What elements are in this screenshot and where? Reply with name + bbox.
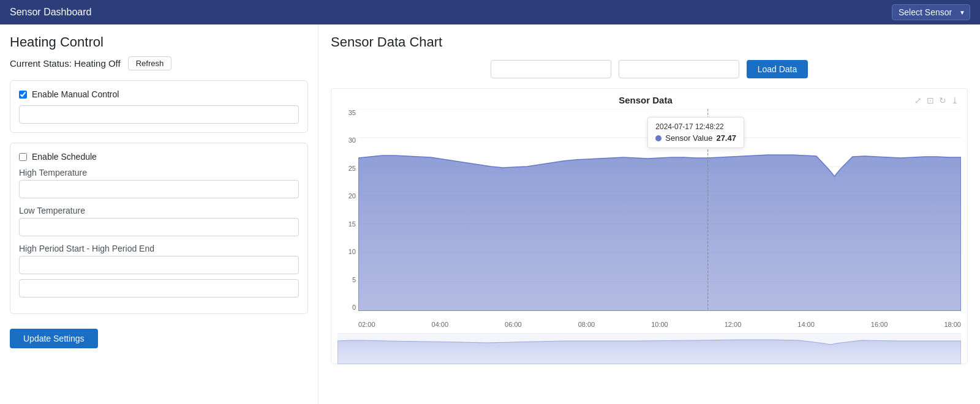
x-axis-label: 04:00 [432, 321, 449, 328]
chart-plot: 2024-07-17 12:48:22 Sensor Value 27.47 [358, 109, 961, 311]
date-to-input[interactable]: 17/07/2024 [619, 60, 739, 78]
status-row: Current Status: Heating Off Refresh [10, 56, 308, 70]
y-axis-label: 0 [352, 304, 356, 311]
mini-chart[interactable] [337, 333, 961, 364]
low-temp-input[interactable]: 10.50 [19, 218, 299, 236]
tooltip-dot [655, 135, 662, 141]
tooltip-value-row: Sensor Value 27.47 [655, 133, 736, 143]
chart-section-title: Sensor Data Chart [331, 34, 968, 50]
y-axis-label: 20 [349, 192, 356, 200]
tooltip-value: 27.47 [716, 133, 736, 143]
x-axis-label: 14:00 [797, 321, 815, 328]
right-panel: Sensor Data Chart 17/07/2024 17/07/2024 … [318, 24, 980, 404]
navbar: Sensor Dashboard Select Sensor [0, 0, 980, 24]
page-title: Heating Control [10, 34, 308, 50]
sensor-select-wrapper[interactable]: Select Sensor [892, 4, 970, 20]
manual-control-checkbox-row: Enable Manual Control [19, 89, 299, 99]
x-axis-label: 16:00 [871, 321, 888, 328]
period-start-input[interactable]: 08:00:00 [19, 256, 299, 274]
manual-control-checkbox[interactable] [19, 91, 27, 99]
refresh-button[interactable]: Refresh [128, 56, 172, 70]
schedule-card: Enable Schedule High Temperature 10.50 L… [10, 143, 308, 314]
update-settings-button[interactable]: Update Settings [10, 329, 98, 348]
tooltip-label: Sensor Value [665, 133, 712, 143]
x-axis-label: 12:00 [725, 321, 742, 328]
chart-header: Sensor Data ⤢ ⊡ ↻ ⤓ [337, 95, 961, 105]
date-controls: 17/07/2024 17/07/2024 Load Data [331, 60, 968, 78]
left-panel: Heating Control Current Status: Heating … [0, 24, 318, 404]
resize-icon[interactable]: ⊡ [927, 95, 934, 105]
manual-control-label: Enable Manual Control [32, 89, 119, 99]
schedule-checkbox-row: Enable Schedule [19, 152, 299, 162]
manual-temperature-input[interactable]: 19.00 [19, 105, 299, 124]
x-axis-label: 10:00 [651, 321, 668, 328]
high-temp-label: High Temperature [19, 168, 299, 178]
status-text: Current Status: Heating Off [10, 58, 121, 69]
date-from-input[interactable]: 17/07/2024 [491, 60, 611, 78]
low-temp-group: Low Temperature 10.50 [19, 206, 299, 236]
load-data-button[interactable]: Load Data [747, 60, 809, 78]
y-axis-label: 30 [349, 137, 356, 144]
download-icon[interactable]: ⤓ [951, 95, 959, 105]
sensor-area-path [358, 155, 961, 311]
y-axis-label: 15 [349, 220, 356, 228]
y-axis-label: 35 [349, 109, 356, 116]
x-axis: 02:0004:0006:0008:0010:0012:0014:0016:00… [358, 315, 961, 329]
manual-control-card: Enable Manual Control 19.00 [10, 80, 308, 133]
chart-tooltip: 2024-07-17 12:48:22 Sensor Value 27.47 [647, 117, 744, 148]
schedule-checkbox[interactable] [19, 153, 27, 161]
y-axis-label: 25 [349, 165, 356, 172]
period-label: High Period Start - High Period End [19, 244, 299, 253]
chart-icons: ⤢ ⊡ ↻ ⤓ [914, 95, 959, 105]
x-axis-label: 08:00 [578, 321, 595, 328]
brand-title: Sensor Dashboard [10, 7, 91, 18]
y-axis: 35302520151050 [337, 109, 358, 311]
expand-icon[interactable]: ⤢ [914, 95, 922, 105]
chart-title: Sensor Data [377, 95, 914, 105]
sensor-select[interactable]: Select Sensor [892, 4, 970, 20]
period-end-input[interactable]: 23:59:00 [19, 279, 299, 297]
high-temp-group: High Temperature 10.50 [19, 168, 299, 198]
mini-viewport [337, 334, 961, 364]
schedule-label: Enable Schedule [32, 152, 97, 162]
x-axis-label: 18:00 [944, 321, 961, 328]
chart-wrapper: Sensor Data ⤢ ⊡ ↻ ⤓ 35302520151050 [331, 88, 968, 364]
x-axis-label: 02:00 [358, 321, 375, 328]
low-temp-label: Low Temperature [19, 206, 299, 215]
chart-area: 35302520151050 [337, 109, 961, 329]
x-axis-label: 06:00 [505, 321, 522, 328]
y-axis-label: 5 [352, 276, 356, 283]
main-layout: Heating Control Current Status: Heating … [0, 24, 980, 404]
y-axis-label: 10 [349, 248, 356, 255]
refresh-chart-icon[interactable]: ↻ [939, 95, 946, 105]
tooltip-datetime: 2024-07-17 12:48:22 [655, 122, 736, 131]
period-group: High Period Start - High Period End 08:0… [19, 244, 299, 297]
high-temp-input[interactable]: 10.50 [19, 180, 299, 198]
